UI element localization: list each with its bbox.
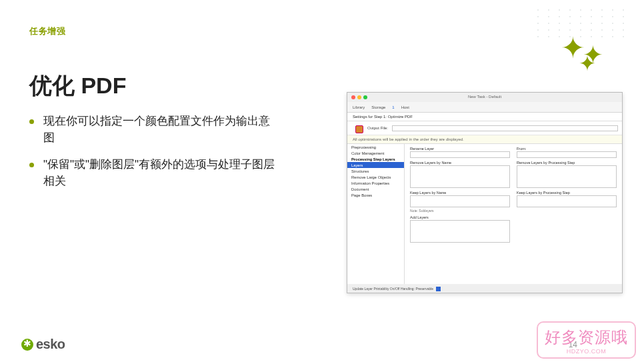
- toolbar-badge: 1: [392, 105, 394, 109]
- field-keep-by-step: Keep Layers by Processing Step: [517, 191, 617, 213]
- sub-header: Settings for Step 1: Optimize PDF: [347, 113, 622, 121]
- toolbar-tab-storage[interactable]: Storage: [371, 105, 385, 109]
- field-rename-to: From:: [517, 147, 617, 158]
- field-add-layers: Add Layers: [410, 215, 510, 243]
- settings-window: New Task - Default Library Storage 1 Hos…: [347, 92, 623, 293]
- bullet-text: 现在你可以指定一个颜色配置文件作为输出意图: [43, 113, 276, 146]
- bullet-dot-icon: [29, 163, 34, 167]
- output-row: Output File:: [347, 121, 622, 135]
- window-footer: Update Layer Printability On/Off Handlin…: [353, 287, 441, 291]
- sidebar-item[interactable]: Page Boxes: [347, 192, 404, 198]
- output-file-input[interactable]: [392, 125, 618, 131]
- field-label: Rename Layer: [410, 147, 510, 151]
- section-label: 任务增强: [29, 25, 611, 37]
- field-label: Remove Layers by Processing Step: [517, 161, 617, 165]
- color-swatch-icon: [436, 287, 441, 291]
- toolbar-tab-library[interactable]: Library: [353, 105, 365, 109]
- list-box[interactable]: [410, 165, 510, 188]
- window-body: Preprocessing Color Management Processin…: [347, 144, 622, 284]
- bullet-item: "保留"或"删除图层"有额外的选项与处理子图层相关: [29, 157, 276, 189]
- sidebar-item[interactable]: Document: [347, 186, 404, 192]
- footer-text: Update Layer Printability On/Off Handlin…: [353, 287, 433, 291]
- sidebar-item[interactable]: Processing Step Layers: [347, 156, 404, 162]
- text-input[interactable]: [410, 151, 510, 158]
- sidebar-item[interactable]: Color Management: [347, 150, 404, 156]
- field-keep-by-name: Keep Layers by Name Note: Sublayers: [410, 191, 510, 213]
- sidebar: Preprocessing Color Management Processin…: [347, 144, 405, 284]
- field-remove-by-step: Remove Layers by Processing Step: [517, 161, 617, 188]
- slide: ✦✦✦ 任务增强 优化 PDF 现在你可以指定一个颜色配置文件作为输出意图 "保…: [0, 0, 640, 364]
- logo-text: esko: [36, 337, 65, 352]
- sidebar-item[interactable]: Information Properties: [347, 180, 404, 186]
- field-note: Note: Sublayers: [410, 209, 510, 213]
- sidebar-item[interactable]: Preprocessing: [347, 144, 404, 150]
- toolbar-tab-host[interactable]: Host: [401, 105, 409, 109]
- list-box[interactable]: [517, 195, 617, 207]
- decorative-dot-grid: [537, 9, 628, 37]
- field-label: Keep Layers by Name: [410, 191, 510, 195]
- field-label: Remove Layers by Name: [410, 161, 510, 165]
- toolbar: Library Storage 1 Host: [347, 102, 622, 113]
- list-box[interactable]: [410, 195, 510, 207]
- panel: Rename Layer From: Remove Layers by Name…: [405, 144, 622, 284]
- sparkle-decoration: ✦✦✦: [561, 37, 619, 59]
- sidebar-item[interactable]: Remove Large Objects: [347, 174, 404, 180]
- bullet-text: "保留"或"删除图层"有额外的选项与处理子图层相关: [43, 157, 276, 189]
- logo-icon: [21, 339, 33, 351]
- sidebar-item[interactable]: Structures: [347, 168, 404, 174]
- watermark: 好多资源哦 HDZYO.COM: [537, 321, 636, 359]
- field-label: Keep Layers by Processing Step: [517, 191, 617, 195]
- field-label: Add Layers: [410, 215, 510, 219]
- close-icon[interactable]: [351, 95, 355, 99]
- list-box[interactable]: [410, 220, 510, 243]
- list-box[interactable]: [517, 165, 617, 188]
- output-label: Output File:: [367, 126, 388, 130]
- field-rename-from: Rename Layer: [410, 147, 510, 158]
- minimize-icon[interactable]: [357, 95, 361, 99]
- maximize-icon[interactable]: [363, 95, 367, 99]
- step-icon: [355, 125, 363, 133]
- bullet-item: 现在你可以指定一个颜色配置文件作为输出意图: [29, 113, 276, 146]
- bullet-dot-icon: [29, 119, 34, 124]
- traffic-lights: [351, 95, 367, 99]
- brand-footer: esko: [21, 337, 65, 352]
- watermark-url: HDZYO.COM: [545, 348, 628, 355]
- bullet-list: 现在你可以指定一个颜色配置文件作为输出意图 "保留"或"删除图层"有额外的选项与…: [29, 113, 276, 190]
- window-title: New Task - Default: [347, 93, 622, 102]
- watermark-text: 好多资源哦: [545, 327, 628, 348]
- sidebar-item-selected[interactable]: Layers: [347, 162, 404, 168]
- field-label: From:: [517, 147, 617, 151]
- hint-bar: All optimizations will be applied in the…: [347, 135, 622, 144]
- field-remove-by-name: Remove Layers by Name: [410, 161, 510, 188]
- text-input[interactable]: [517, 151, 617, 158]
